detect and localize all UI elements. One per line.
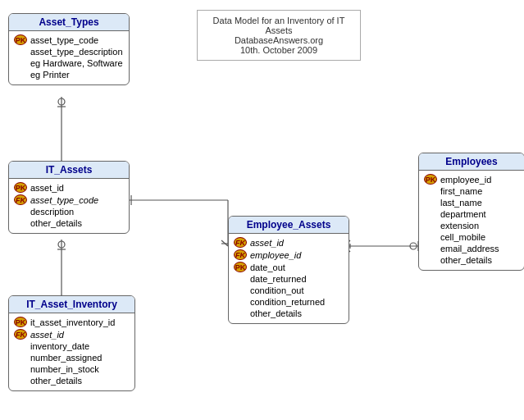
field-asset-type-desc: asset_type_description (14, 46, 124, 57)
field-asset-type-code: PK asset_type_code (14, 34, 124, 46)
entity-it-assets: IT_Assets PK asset_id FK asset_type_code… (8, 161, 130, 234)
svg-point-24 (410, 243, 417, 249)
field-extension: extension (424, 220, 519, 231)
field-inventory-date: inventory_date (14, 340, 130, 352)
field-department: department (424, 208, 519, 220)
field-date-out: PK date_out (234, 261, 344, 273)
fk-icon: FK (234, 249, 247, 260)
field-ea-other-details: other_details (234, 308, 344, 319)
field-emp-other-details: other_details (424, 254, 519, 266)
field-number-in-stock: number_in_stock (14, 363, 130, 375)
svg-point-4 (58, 98, 65, 105)
entity-it-asset-inventory: IT_Asset_Inventory PK it_asset_inventory… (8, 295, 135, 391)
field-date-returned: date_returned (234, 273, 344, 285)
field-ea-asset-id: FK asset_id (234, 236, 344, 249)
entity-body-it-asset-inventory: PK it_asset_inventory_id FK asset_id inv… (9, 313, 134, 390)
fk-icon: FK (14, 194, 27, 205)
entity-header-asset-types: Asset_Types (9, 14, 129, 31)
svg-line-14 (221, 240, 228, 246)
pk-icon: PK (14, 182, 27, 193)
fk-icon: FK (234, 237, 247, 248)
field-condition-returned: condition_returned (234, 296, 344, 308)
field-number-assigned: number_assigned (14, 352, 130, 363)
svg-point-10 (58, 241, 65, 248)
field-asset-type-code-fk: FK asset_type_code (14, 194, 124, 206)
entity-asset-types: Asset_Types PK asset_type_code asset_typ… (8, 13, 130, 85)
field-description: description (14, 206, 124, 217)
field-inventory-id: PK it_asset_inventory_id (14, 316, 130, 328)
info-date: 10th. October 2009 (206, 45, 352, 55)
field-email-address: email_address (424, 243, 519, 254)
entity-employees: Employees PK employee_id first_name last… (418, 153, 524, 271)
entity-header-employees: Employees (419, 153, 524, 171)
entity-header-it-assets: IT_Assets (9, 162, 129, 179)
entity-body-employees: PK employee_id first_name last_name depa… (419, 171, 524, 270)
info-title: Data Model for an Inventory of IT Assets (206, 16, 352, 35)
field-employee-id: PK employee_id (424, 173, 519, 185)
pk-icon: PK (424, 174, 437, 185)
info-box: Data Model for an Inventory of IT Assets… (197, 10, 361, 61)
field-inventory-asset-id: FK asset_id (14, 328, 130, 340)
entity-body-employee-assets: FK asset_id FK employee_id PK date_out d… (229, 234, 349, 323)
field-ea-employee-id: FK employee_id (234, 249, 344, 261)
field-eg-printer: eg Printer (14, 69, 124, 80)
diagram-container: Data Model for an Inventory of IT Assets… (0, 0, 524, 420)
field-last-name: last_name (424, 197, 519, 208)
field-cell-mobile: cell_mobile (424, 231, 519, 243)
pk-icon: PK (14, 34, 27, 45)
entity-body-it-assets: PK asset_id FK asset_type_code descripti… (9, 179, 129, 233)
pk-icon: PK (14, 317, 27, 327)
fk-icon: FK (14, 329, 27, 340)
field-asset-id: PK asset_id (14, 181, 124, 194)
info-subtitle: DatabaseAnswers.org (206, 35, 352, 45)
field-other-details: other_details (14, 217, 124, 229)
pk-icon: PK (234, 262, 247, 272)
entity-body-asset-types: PK asset_type_code asset_type_descriptio… (9, 31, 129, 84)
field-first-name: first_name (424, 185, 519, 197)
entity-employee-assets: Employee_Assets FK asset_id FK employee_… (228, 216, 349, 324)
entity-header-employee-assets: Employee_Assets (229, 217, 349, 234)
field-eg-hardware: eg Hardware, Software (14, 57, 124, 69)
entity-header-it-asset-inventory: IT_Asset_Inventory (9, 296, 134, 313)
field-other-details-inv: other_details (14, 375, 130, 386)
field-condition-out: condition_out (234, 285, 344, 296)
